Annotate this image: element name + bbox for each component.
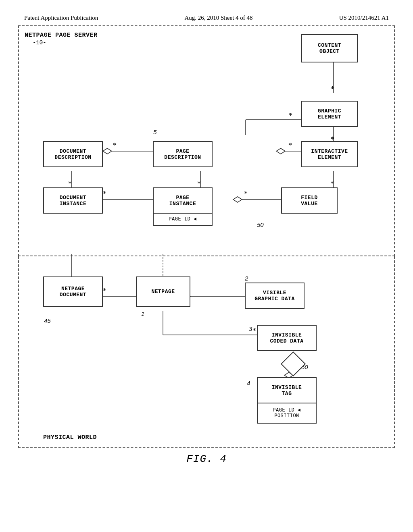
page-header: Patent Application Publication Aug. 26, … xyxy=(0,0,413,25)
invisible-tag-box: INVISIBLETAG xyxy=(257,377,317,403)
diagram-area: NETPAGE PAGE SERVER -10- * * * * xyxy=(18,25,395,448)
invisible-coded-data-box: INVISIBLECODED DATA xyxy=(257,325,317,351)
physical-world-label: PHYSICAL WORLD xyxy=(43,434,97,441)
page-id-top-box: PAGE ID ◄ xyxy=(153,214,213,226)
visible-graphic-data-box: VISIBLEGRAPHIC DATA xyxy=(245,283,305,309)
interactive-element-box: INTERACTIVEELEMENT xyxy=(301,141,358,167)
graphic-element-box: GRAPHICELEMENT xyxy=(301,101,358,127)
page-instance-box: PAGEINSTANCE xyxy=(153,187,213,214)
field-value-box: FIELDVALUE xyxy=(281,187,338,214)
netpage-document-box: NETPAGEDOCUMENT xyxy=(43,276,103,307)
physical-section: * 2 * 3 * 50 4 xyxy=(18,256,395,448)
server-section: NETPAGE PAGE SERVER -10- * * * * xyxy=(18,25,395,256)
document-instance-box: DOCUMENTINSTANCE xyxy=(43,187,103,214)
header-left: Patent Application Publication xyxy=(24,15,98,21)
fig-label: FIG. 4 xyxy=(0,453,413,465)
header-middle: Aug. 26, 2010 Sheet 4 of 48 xyxy=(184,15,252,21)
page-description-box: PAGEDESCRIPTION xyxy=(153,141,213,167)
document-description-box: DOCUMENTDESCRIPTION xyxy=(43,141,103,167)
content-object-box: CONTENTOBJECT xyxy=(301,34,358,62)
netpage-box: NETPAGE xyxy=(136,276,190,307)
page-id-position-box: PAGE ID ◄POSITION xyxy=(257,403,317,424)
header-right: US 2010/214621 A1 xyxy=(339,15,389,21)
